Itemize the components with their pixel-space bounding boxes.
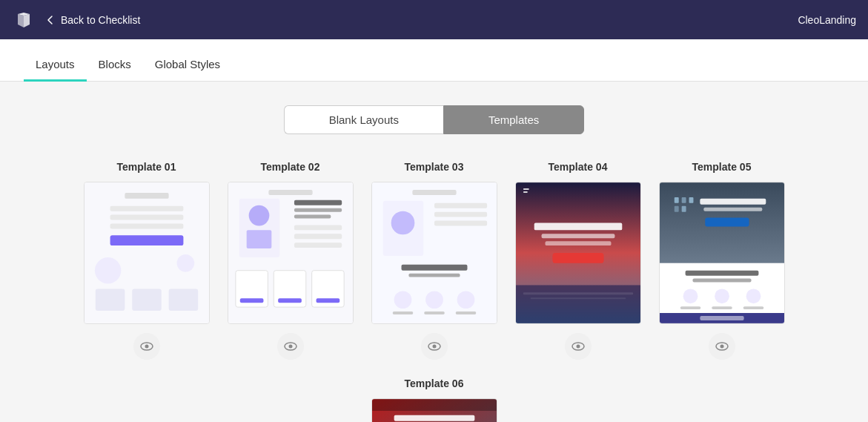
svg-rect-19 [294, 234, 341, 239]
svg-rect-20 [294, 243, 341, 248]
svg-rect-15 [294, 200, 341, 205]
svg-point-73 [683, 289, 698, 303]
svg-rect-66 [681, 206, 686, 212]
template-item-02: Template 02 [228, 161, 354, 360]
svg-rect-23 [246, 230, 271, 248]
svg-point-42 [425, 291, 443, 309]
svg-rect-77 [712, 306, 732, 309]
topbar-left: Back to Checklist [12, 8, 140, 32]
tab-layouts[interactable]: Layouts [24, 58, 87, 82]
svg-rect-52 [534, 222, 622, 230]
template-04-preview[interactable] [515, 182, 641, 324]
svg-point-41 [394, 291, 411, 309]
svg-rect-40 [408, 274, 460, 277]
template-item-04: Template 04 [515, 161, 641, 360]
svg-point-75 [746, 289, 761, 303]
svg-rect-72 [692, 279, 751, 283]
svg-rect-17 [294, 215, 330, 219]
svg-rect-80 [700, 316, 743, 320]
svg-rect-51 [523, 191, 527, 193]
blank-layouts-button[interactable]: Blank Layouts [284, 105, 443, 134]
template-02-preview[interactable] [228, 182, 354, 324]
template-02-label: Template 02 [261, 161, 320, 173]
svg-point-35 [391, 211, 414, 235]
svg-rect-53 [541, 234, 614, 238]
svg-rect-63 [681, 197, 686, 203]
svg-rect-44 [392, 311, 413, 314]
tabbar: Layouts Blocks Global Styles [0, 39, 868, 82]
back-label: Back to Checklist [61, 14, 140, 26]
svg-rect-71 [685, 271, 758, 276]
svg-rect-54 [545, 241, 611, 245]
template-04-label: Template 04 [549, 161, 608, 173]
svg-point-7 [176, 254, 194, 272]
svg-rect-37 [434, 212, 487, 217]
template-01-label: Template 01 [117, 161, 176, 173]
svg-rect-8 [95, 289, 125, 311]
template-04-preview-button[interactable] [565, 333, 592, 360]
svg-point-60 [576, 345, 580, 349]
templates-grid: Template 01 [18, 161, 850, 422]
back-to-checklist-link[interactable]: Back to Checklist [44, 14, 140, 26]
svg-rect-2 [110, 206, 183, 211]
svg-rect-45 [424, 311, 445, 314]
svg-rect-33 [412, 190, 456, 195]
tab-blocks[interactable]: Blocks [87, 58, 143, 82]
svg-rect-4 [110, 223, 183, 228]
svg-rect-5 [110, 235, 183, 245]
svg-rect-69 [705, 218, 749, 227]
template-05-preview[interactable] [659, 182, 785, 324]
svg-point-31 [288, 345, 292, 349]
templates-button[interactable]: Templates [443, 105, 584, 134]
main-content: Blank Layouts Templates Template 01 [0, 82, 868, 422]
template-06-preview[interactable] [371, 398, 497, 422]
svg-rect-46 [455, 311, 476, 314]
svg-rect-3 [110, 215, 183, 220]
svg-rect-89 [372, 399, 497, 411]
template-03-label: Template 03 [405, 161, 464, 173]
svg-rect-78 [743, 306, 763, 309]
template-item-06: Template 06 [371, 378, 497, 422]
svg-rect-50 [523, 188, 529, 190]
layout-toggle-group: Blank Layouts Templates [18, 105, 850, 134]
svg-rect-55 [552, 253, 603, 263]
svg-rect-58 [530, 297, 625, 299]
svg-point-82 [720, 345, 723, 349]
template-02-preview-button[interactable] [277, 333, 304, 360]
svg-rect-16 [294, 208, 341, 212]
tab-global-styles[interactable]: Global Styles [143, 58, 232, 82]
template-01-preview[interactable] [84, 182, 210, 324]
svg-rect-39 [401, 265, 467, 271]
svg-rect-14 [268, 190, 312, 195]
svg-rect-68 [703, 208, 762, 211]
svg-rect-36 [434, 203, 487, 208]
template-05-label: Template 05 [692, 161, 752, 173]
svg-rect-10 [168, 289, 198, 311]
svg-rect-64 [689, 197, 693, 203]
template-item-01: Template 01 [84, 161, 210, 360]
svg-rect-9 [132, 289, 162, 311]
svg-point-74 [715, 289, 729, 303]
topbar: Back to Checklist CleoLanding [0, 0, 868, 39]
svg-point-22 [248, 205, 269, 226]
svg-rect-56 [516, 285, 640, 323]
svg-rect-18 [294, 225, 341, 230]
template-03-preview-button[interactable] [421, 333, 448, 360]
template-05-preview-button[interactable] [709, 333, 735, 360]
template-01-preview-button[interactable] [133, 333, 160, 360]
svg-rect-28 [278, 298, 302, 303]
svg-rect-76 [680, 306, 700, 309]
site-name: CleoLanding [798, 14, 856, 26]
svg-rect-65 [674, 206, 678, 212]
logo-icon [12, 8, 36, 32]
svg-point-6 [94, 257, 121, 284]
template-item-03: Template 03 [371, 161, 497, 360]
template-03-preview[interactable] [371, 182, 497, 324]
svg-point-48 [432, 345, 436, 349]
svg-rect-67 [700, 199, 766, 205]
svg-rect-29 [316, 298, 339, 303]
svg-rect-38 [434, 221, 487, 226]
svg-point-43 [457, 291, 474, 309]
svg-point-12 [145, 345, 148, 349]
svg-rect-90 [394, 415, 474, 421]
